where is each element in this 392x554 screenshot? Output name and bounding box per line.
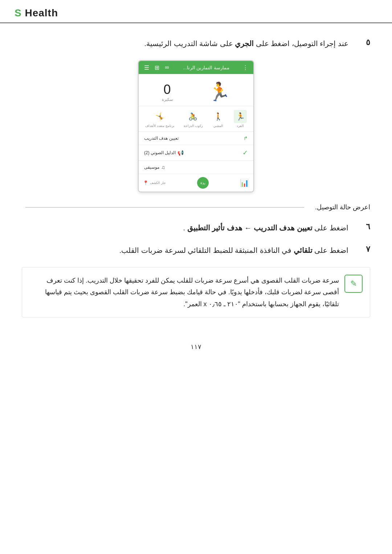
note-icon: ✎	[344, 275, 363, 293]
voice-guide-label: 📢 الدليل الصوتي (2)	[144, 150, 184, 156]
step-5-bold: الجري	[235, 40, 254, 48]
step-6-bold1: تعيين هدف التدريب	[254, 224, 313, 232]
activity-tab-cycling[interactable]: 🚴 ركوب الدراجة	[184, 110, 203, 128]
voice-guide-row[interactable]: ✓ 📢 الدليل الصوتي (2)	[139, 145, 253, 160]
step-7-text-after: في النافذة المنبثقة للضبط التلقائي لسرعة…	[119, 246, 291, 254]
running-tab-label: الفرد	[237, 124, 244, 128]
step-5-text-before: عند إجراء التوصيل، اضغط على	[254, 40, 348, 48]
running-tab-icon: 🏃	[234, 110, 247, 123]
start-button[interactable]: بدء	[197, 177, 209, 189]
phone-header-icons: ⋮	[242, 64, 249, 71]
cycling-tab-icon: 🚴	[187, 110, 200, 123]
annotation-text: اعرض حالة التوصيل.	[315, 203, 370, 211]
runner-stats: 0 سكيرة	[162, 82, 173, 102]
walking-tab-label: المشي	[213, 124, 223, 128]
music-label: ♫ موسيقى	[144, 164, 165, 170]
step-7-bold: تلقائي	[294, 246, 313, 254]
chart-bar-icon: 📊	[240, 178, 249, 187]
header-health: Health	[25, 7, 58, 19]
step-number-5: ٥	[352, 38, 370, 47]
annotation-container: اعرض حالة التوصيل.	[22, 203, 370, 211]
note-text: سرعة ضربات القلب القصوى هي أسرع سرعة ضرب…	[29, 275, 339, 310]
step-6: ٦ اضغط على تعيين هدف التدريب ← هدف تأثير…	[22, 222, 370, 234]
step-number-6: ٦	[352, 222, 370, 231]
step-5-text-after: على شاشة التدريب الرئيسية.	[144, 40, 233, 48]
runner-label: سكيرة	[162, 97, 173, 102]
training-goal-row[interactable]: ↱ تعيين هدف التدريب	[139, 131, 253, 145]
walking-tab-icon: 🚶	[212, 110, 225, 123]
header-s: S	[15, 7, 22, 19]
header-title: S Health	[15, 7, 58, 19]
multi-tab-label: برنامج متعدد الأهداف	[145, 124, 175, 128]
main-content: ٥ عند إجراء التوصيل، اضغط على الجري على …	[0, 23, 392, 332]
runner-icon: 🏃	[208, 81, 230, 102]
phone-mockup: ⋮ ممارسة التمارين الرنا... ∞ ⊞ ☰ 🏃 0 سكي…	[138, 60, 254, 192]
activity-tab-multi[interactable]: 🤸 برنامج متعدد الأهداف	[145, 110, 175, 128]
phone-app-header: ⋮ ممارسة التمارين الرنا... ∞ ⊞ ☰	[139, 61, 253, 74]
menu-icon: ☰	[143, 64, 150, 71]
more-icon: ⋮	[242, 64, 249, 71]
phone-mockup-container: ⋮ ممارسة التمارين الرنا... ∞ ⊞ ☰ 🏃 0 سكي…	[22, 60, 370, 192]
location-label: جار الكشف	[150, 181, 166, 185]
music-row[interactable]: ♫ موسيقى	[139, 160, 253, 174]
phone-header-title: ممارسة التمارين الرنا...	[171, 65, 242, 70]
voice-icon: 📢	[177, 150, 184, 156]
step-6-arrow: ←	[242, 224, 252, 232]
step-5: ٥ عند إجراء التوصيل، اضغط على الجري على …	[22, 38, 370, 49]
activity-tab-running[interactable]: 🏃 الفرد	[234, 110, 247, 128]
note-box: ✎ سرعة ضربات القلب القصوى هي أسرع سرعة ض…	[22, 267, 370, 317]
runner-number: 0	[162, 82, 173, 97]
phone-bottom-bar: 📊 بدء جار الكشف 📍	[139, 174, 253, 192]
training-goal-label: تعيين هدف التدريب	[144, 136, 179, 141]
phone-left-icons: ∞ ⊞ ☰	[143, 64, 171, 71]
activity-tab-walking[interactable]: 🚶 المشي	[212, 110, 225, 128]
step-text-6: اضغط على تعيين هدف التدريب ← هدف تأثير ا…	[22, 222, 348, 234]
step-7-text-before: اضغط على	[313, 246, 348, 254]
link-icon: ∞	[163, 64, 171, 71]
step-6-text-after: .	[183, 224, 185, 232]
annotation-line	[25, 207, 304, 208]
check-icon: ✓	[242, 149, 248, 157]
location-section: جار الكشف 📍	[143, 180, 166, 185]
location-icon: 📍	[143, 180, 148, 185]
page-number: ١١٧	[0, 332, 392, 362]
activity-tabs: 🏃 الفرد 🚶 المشي 🚴 ركوب الدراجة 🤸 برنامج …	[139, 106, 253, 131]
music-icon: ♫	[161, 164, 165, 170]
step-number-7: ٧	[352, 245, 370, 254]
step-6-text-before: اضغط على	[313, 224, 348, 232]
step-6-bold2: هدف تأثير التطبيق	[187, 224, 242, 232]
cycling-tab-label: ركوب الدراجة	[184, 124, 203, 128]
step-text-5: عند إجراء التوصيل، اضغط على الجري على شا…	[22, 38, 348, 49]
phone-runner-section: 🏃 0 سكيرة	[139, 74, 253, 106]
step-text-7: اضغط على تلقائي في النافذة المنبثقة للضب…	[22, 245, 348, 256]
step-7: ٧ اضغط على تلقائي في النافذة المنبثقة لل…	[22, 245, 370, 256]
grid-icon: ⊞	[153, 64, 160, 71]
goal-arrow-icon: ↱	[244, 135, 248, 141]
multi-tab-icon: 🤸	[153, 110, 166, 123]
page-header: S Health	[0, 0, 392, 23]
